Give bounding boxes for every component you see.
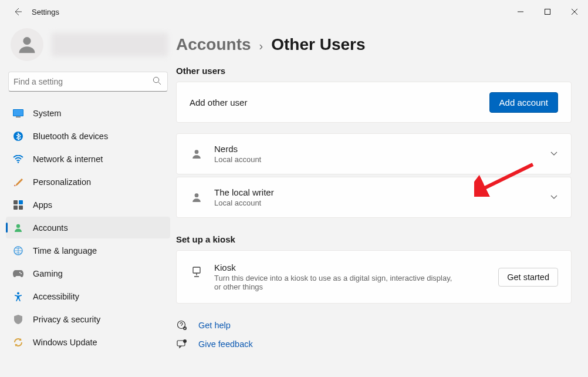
footer-links: Get help Give feedback <box>176 320 572 349</box>
section-title-kiosk: Set up a kiosk <box>176 234 572 244</box>
breadcrumb-current: Other Users <box>271 35 365 54</box>
add-other-user-label: Add other user <box>190 97 479 107</box>
sidebar-item-apps[interactable]: Apps <box>6 194 170 216</box>
maximize-button[interactable] <box>534 2 561 21</box>
svg-point-16 <box>17 292 19 294</box>
accessibility-icon <box>13 291 23 302</box>
person-icon <box>190 149 204 159</box>
globe-clock-icon <box>13 245 23 256</box>
breadcrumb: Accounts › Other Users <box>176 35 572 54</box>
get-help-link[interactable]: Get help <box>198 321 231 330</box>
user-name: The local writer <box>214 187 539 197</box>
svg-point-2 <box>153 77 158 82</box>
nav-label: Accounts <box>33 223 68 233</box>
svg-rect-4 <box>13 110 23 116</box>
apps-icon <box>13 200 23 210</box>
user-row[interactable]: Nerds Local account <box>176 133 572 174</box>
user-subtitle: Local account <box>214 155 539 164</box>
sidebar-item-privacy[interactable]: Privacy & security <box>6 308 170 330</box>
breadcrumb-parent[interactable]: Accounts <box>176 35 251 54</box>
nav-label: Accessibility <box>33 292 79 301</box>
nav-list: System Bluetooth & devices Network & int… <box>6 102 170 353</box>
chevron-down-icon <box>550 193 558 203</box>
sidebar-item-personalization[interactable]: Personalization <box>6 171 170 193</box>
svg-point-7 <box>18 161 19 163</box>
sidebar-item-network[interactable]: Network & internet <box>6 148 170 170</box>
gamepad-icon <box>13 268 23 279</box>
sidebar-item-accounts[interactable]: Accounts <box>6 217 170 238</box>
wifi-icon <box>13 154 23 164</box>
refresh-icon <box>13 337 23 348</box>
svg-point-23 <box>183 339 187 343</box>
window-title: Settings <box>32 8 59 16</box>
svg-rect-10 <box>13 206 18 210</box>
user-name: Nerds <box>214 144 539 154</box>
svg-point-14 <box>19 272 21 273</box>
chevron-down-icon <box>550 149 558 159</box>
display-icon <box>13 108 23 119</box>
minimize-icon <box>518 9 523 15</box>
get-started-button[interactable]: Get started <box>498 268 558 287</box>
sidebar-item-gaming[interactable]: Gaming <box>6 262 170 284</box>
person-icon <box>190 192 204 203</box>
avatar <box>11 28 43 61</box>
nav-label: System <box>33 109 61 118</box>
profile-name-redacted <box>52 33 168 56</box>
nav-label: Gaming <box>33 269 63 278</box>
window-controls <box>507 2 588 21</box>
sidebar-item-bluetooth[interactable]: Bluetooth & devices <box>6 125 170 147</box>
bluetooth-icon <box>13 131 23 142</box>
user-row[interactable]: The local writer Local account <box>176 177 572 218</box>
nav-label: Bluetooth & devices <box>33 132 108 141</box>
kiosk-title: Kiosk <box>214 262 488 272</box>
shield-icon <box>13 314 23 325</box>
close-button[interactable] <box>561 2 588 21</box>
minimize-button[interactable] <box>507 2 534 21</box>
nav-label: Personalization <box>33 177 91 187</box>
sidebar: System Bluetooth & devices Network & int… <box>0 23 176 377</box>
brush-icon <box>13 177 23 187</box>
add-other-user-card: Add other user Add account <box>176 82 572 123</box>
sidebar-item-time[interactable]: Time & language <box>6 240 170 261</box>
help-icon <box>176 320 188 331</box>
sidebar-item-update[interactable]: Windows Update <box>6 331 170 353</box>
give-feedback-link[interactable]: Give feedback <box>198 339 253 349</box>
nav-label: Network & internet <box>33 154 103 164</box>
section-title-other-users: Other users <box>176 66 572 76</box>
svg-rect-0 <box>545 9 550 15</box>
person-icon <box>16 33 38 56</box>
search-icon <box>153 76 161 87</box>
person-icon <box>13 223 23 233</box>
kiosk-description: Turn this device into a kiosk to use as … <box>214 274 455 291</box>
kiosk-card: Kiosk Turn this device into a kiosk to u… <box>176 250 572 304</box>
search-box[interactable] <box>8 72 168 92</box>
svg-point-15 <box>21 273 22 274</box>
main-content: Accounts › Other Users Other users Add o… <box>176 23 588 377</box>
maximize-icon <box>545 9 550 15</box>
chevron-right-icon: › <box>259 39 263 53</box>
back-button[interactable] <box>11 5 25 19</box>
titlebar: Settings <box>0 0 588 23</box>
add-account-button[interactable]: Add account <box>489 92 558 113</box>
nav-label: Time & language <box>33 246 97 255</box>
nav-label: Windows Update <box>33 338 97 347</box>
sidebar-item-accessibility[interactable]: Accessibility <box>6 285 170 307</box>
svg-rect-11 <box>19 206 23 210</box>
kiosk-icon <box>190 266 204 278</box>
svg-rect-8 <box>13 200 18 204</box>
sidebar-item-system[interactable]: System <box>6 102 170 124</box>
svg-point-12 <box>16 224 20 227</box>
svg-rect-5 <box>16 116 21 117</box>
feedback-icon <box>176 339 188 349</box>
svg-point-18 <box>195 193 199 197</box>
svg-point-17 <box>195 150 199 154</box>
arrow-left-icon <box>13 7 22 16</box>
svg-rect-9 <box>19 200 23 204</box>
svg-point-1 <box>23 37 31 45</box>
profile-block[interactable] <box>6 23 170 72</box>
nav-label: Privacy & security <box>33 315 100 324</box>
close-icon <box>572 9 577 15</box>
search-input[interactable] <box>13 77 153 86</box>
svg-rect-19 <box>193 267 200 273</box>
user-subtitle: Local account <box>214 198 539 207</box>
